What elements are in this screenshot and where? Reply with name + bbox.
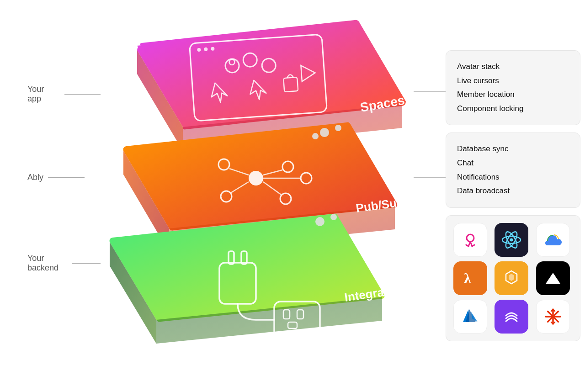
- svg-marker-55: [546, 273, 560, 284]
- svg-point-39: [335, 125, 341, 131]
- windmill-icon: [501, 307, 521, 327]
- workers-icon-box: [495, 261, 528, 295]
- spaces-feature-3: Member location: [457, 88, 569, 102]
- spaces-feature-1: Avatar stack: [457, 60, 569, 74]
- your-backend-label: Your backend: [27, 254, 101, 273]
- windmill-icon-box: [495, 300, 528, 334]
- svg-line-45: [470, 242, 472, 246]
- icons-grid: λ: [453, 223, 573, 334]
- layers-area: Spaces SDK: [91, 9, 439, 384]
- svg-point-42: [330, 214, 337, 220]
- azure-icon-box: [453, 300, 487, 334]
- snowflake-icon: [542, 306, 564, 328]
- webhook-icon: [459, 229, 481, 251]
- integrations-panel: λ: [446, 215, 580, 341]
- connector-line-3: [414, 289, 446, 289]
- svg-point-41: [315, 217, 324, 226]
- your-app-label: Your app: [27, 85, 101, 104]
- left-labels: Your app Ably Your backend: [0, 0, 101, 392]
- react-icon-box: [495, 223, 528, 257]
- right-panels: Avatar stack Live cursors Member locatio…: [446, 50, 580, 341]
- ably-label: Ably: [27, 173, 85, 182]
- google-cloud-icon-box: [536, 223, 570, 257]
- svg-line-47: [472, 245, 474, 246]
- google-cloud-icon: [542, 228, 564, 251]
- spaces-sdk-panel: Avatar stack Live cursors Member locatio…: [446, 50, 580, 125]
- svg-text:λ: λ: [464, 270, 471, 286]
- pubsub-feature-4: Data broadcast: [457, 184, 569, 198]
- main-container: Your app Ably Your backend: [0, 0, 585, 392]
- pubsub-feature-3: Notifications: [457, 170, 569, 185]
- webhook-icon-box: [453, 223, 487, 257]
- svg-marker-54: [509, 274, 514, 281]
- isometric-layers: Spaces SDK: [91, 9, 439, 384]
- snowflake-icon-box: [536, 300, 570, 334]
- svg-line-46: [466, 245, 468, 246]
- pubsub-panel: Database sync Chat Notifications Data br…: [446, 132, 580, 207]
- azure-icon: [459, 306, 481, 328]
- svg-point-43: [467, 234, 474, 242]
- lambda-icon-box: λ: [453, 261, 487, 295]
- svg-point-51: [510, 238, 513, 241]
- spaces-feature-4: Component locking: [457, 102, 569, 116]
- svg-point-40: [312, 133, 319, 139]
- svg-point-38: [320, 128, 329, 137]
- react-icon: [500, 228, 523, 251]
- workers-icon: [501, 268, 521, 288]
- connector-line-1: [414, 91, 446, 92]
- vercel-icon-box: [536, 261, 570, 295]
- vercel-icon: [543, 268, 563, 288]
- pubsub-feature-2: Chat: [457, 156, 569, 170]
- spaces-feature-2: Live cursors: [457, 74, 569, 88]
- lambda-icon: λ: [460, 268, 480, 288]
- connector-line-2: [414, 177, 446, 178]
- pubsub-feature-1: Database sync: [457, 142, 569, 156]
